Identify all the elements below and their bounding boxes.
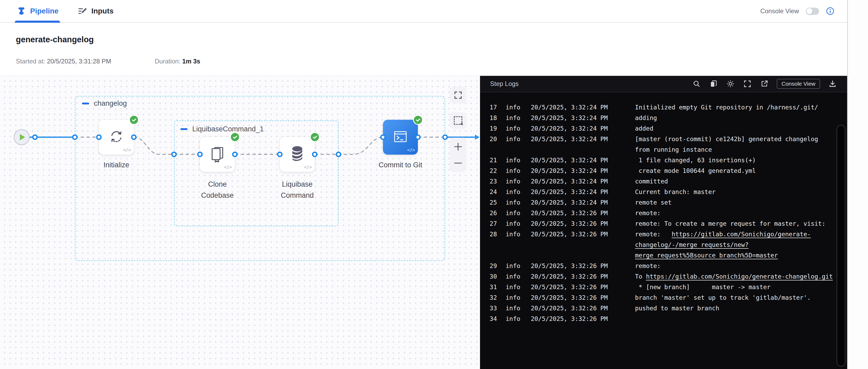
play-icon bbox=[20, 134, 25, 140]
log-message: [master (root-commit) ce1242b] generated… bbox=[635, 134, 818, 144]
port bbox=[96, 135, 102, 140]
log-link[interactable]: https://gitlab.com/Sonichigo/generate-ch… bbox=[646, 273, 833, 280]
tab-inputs[interactable]: Inputs bbox=[76, 0, 115, 22]
log-row: 23info20/5/2025, 3:32:24 PMcommitted bbox=[480, 176, 847, 187]
log-timestamp: 20/5/2025, 3:32:26 PM bbox=[531, 303, 608, 313]
log-level: info bbox=[506, 292, 520, 303]
step-logs-actions: Console View bbox=[692, 79, 837, 89]
node-label-commit-to-git: Commit to Git bbox=[374, 159, 427, 170]
log-row: 17info20/5/2025, 3:32:24 PMInitialized e… bbox=[480, 102, 847, 112]
log-row: 31info20/5/2025, 3:32:26 PM * [new branc… bbox=[480, 282, 847, 292]
expand-icon bbox=[454, 91, 462, 99]
log-timestamp: 20/5/2025, 3:32:26 PM bbox=[531, 313, 608, 324]
log-line-number: 33 bbox=[485, 303, 497, 313]
log-scrollbar[interactable] bbox=[837, 125, 845, 367]
log-message: remote: bbox=[635, 261, 661, 271]
log-timestamp: 20/5/2025, 3:32:26 PM bbox=[531, 208, 608, 218]
port bbox=[232, 152, 238, 157]
zoom-in-button[interactable] bbox=[450, 138, 467, 155]
zoom-out-button[interactable] bbox=[450, 155, 467, 172]
port bbox=[336, 152, 341, 157]
sync-icon bbox=[108, 128, 125, 145]
log-level: info bbox=[506, 155, 520, 165]
log-line-number: 17 bbox=[485, 102, 497, 112]
yaml-marker: </> bbox=[304, 164, 312, 170]
gear-icon[interactable] bbox=[726, 79, 735, 88]
console-view-button[interactable]: Console View bbox=[777, 79, 820, 89]
log-line-number: 23 bbox=[485, 176, 497, 187]
log-link[interactable]: https://gitlab.com/Sonichigo/generate- bbox=[672, 231, 811, 238]
info-icon[interactable] bbox=[826, 7, 834, 15]
log-row: 26info20/5/2025, 3:32:26 PMremote: bbox=[480, 208, 847, 218]
node-liquibase-command[interactable]: </> bbox=[280, 137, 315, 172]
log-message: remote: bbox=[635, 208, 661, 218]
log-line-number: 20 bbox=[485, 134, 497, 144]
log-level: info bbox=[506, 187, 520, 197]
toggle-knob bbox=[806, 8, 812, 14]
canvas-expand-button[interactable] bbox=[450, 87, 467, 103]
log-row: 32info20/5/2025, 3:32:26 PMbranch 'maste… bbox=[480, 292, 847, 303]
log-line-number: 31 bbox=[485, 282, 497, 292]
node-initialize[interactable]: </> bbox=[99, 120, 134, 155]
yaml-marker: </> bbox=[123, 147, 131, 153]
pipeline-start-node[interactable] bbox=[14, 129, 30, 145]
external-link-icon[interactable] bbox=[760, 79, 769, 88]
log-link[interactable]: merge_request%5Bsource_branch%5D=master bbox=[635, 252, 778, 259]
pipeline-icon bbox=[17, 6, 26, 16]
run-header: generate-changelog Started at: 20/5/2025… bbox=[0, 23, 847, 76]
log-message: branch 'master' set up to track 'gitlab/… bbox=[635, 292, 811, 303]
canvas-select-button[interactable] bbox=[450, 112, 467, 129]
log-level: info bbox=[506, 176, 520, 187]
node-commit-to-git[interactable]: </> bbox=[383, 120, 418, 155]
log-line-number: 21 bbox=[485, 155, 497, 165]
success-badge bbox=[129, 115, 139, 125]
tab-pipeline[interactable]: Pipeline bbox=[15, 0, 60, 22]
download-icon[interactable] bbox=[828, 79, 837, 88]
step-logs-panel: Step Logs bbox=[480, 76, 847, 369]
yaml-marker: </> bbox=[407, 147, 415, 153]
log-line-number: 32 bbox=[485, 292, 497, 303]
log-line-number: 28 bbox=[485, 229, 497, 239]
fullscreen-icon[interactable] bbox=[743, 79, 752, 88]
top-tab-bar: Pipeline Inputs Console View bbox=[0, 0, 847, 23]
port bbox=[32, 135, 38, 140]
port bbox=[380, 135, 386, 140]
pipeline-canvas[interactable]: changelog LiquibaseCommand_1 bbox=[0, 76, 480, 369]
inputs-icon bbox=[78, 6, 88, 16]
log-timestamp: 20/5/2025, 3:32:24 PM bbox=[531, 197, 608, 208]
port bbox=[172, 152, 177, 157]
clone-icon bbox=[209, 145, 226, 162]
search-icon[interactable] bbox=[692, 79, 701, 88]
log-level: info bbox=[506, 271, 520, 282]
log-level: info bbox=[506, 229, 520, 239]
log-link[interactable]: changelog/-/merge_requests/new? bbox=[635, 241, 748, 248]
log-row: 22info20/5/2025, 3:32:24 PM create mode … bbox=[480, 165, 847, 176]
log-row: 20info20/5/2025, 3:32:24 PM[master (root… bbox=[480, 134, 847, 144]
log-level: info bbox=[506, 134, 520, 144]
log-level: info bbox=[506, 165, 520, 176]
log-timestamp: 20/5/2025, 3:32:24 PM bbox=[531, 155, 608, 165]
duration-label: Duration: bbox=[155, 58, 180, 65]
log-line-number: 34 bbox=[485, 313, 497, 324]
log-line-number: 26 bbox=[485, 208, 497, 218]
log-level: info bbox=[506, 112, 520, 123]
log-row: 28info20/5/2025, 3:32:26 PMremote: https… bbox=[480, 229, 847, 239]
copy-icon[interactable] bbox=[709, 79, 718, 88]
console-view-toggle[interactable] bbox=[806, 8, 819, 15]
log-timestamp: 20/5/2025, 3:32:26 PM bbox=[531, 271, 608, 282]
log-row-continuation: merge_request%5Bsource_branch%5D=master bbox=[480, 250, 847, 261]
success-badge bbox=[413, 115, 423, 125]
log-message: Initialized empty Git repository in /har… bbox=[635, 102, 818, 112]
content-area: changelog LiquibaseCommand_1 bbox=[0, 76, 847, 369]
log-timestamp: 20/5/2025, 3:32:26 PM bbox=[531, 229, 608, 239]
node-clone-codebase[interactable]: </> bbox=[200, 137, 235, 172]
log-level: info bbox=[506, 303, 520, 313]
port bbox=[312, 152, 318, 157]
duration-value: 1m 3s bbox=[182, 58, 200, 65]
log-line-number: 18 bbox=[485, 112, 497, 123]
tab-inputs-label: Inputs bbox=[91, 7, 114, 15]
node-label-liquibase-command: Liquibase Command bbox=[274, 179, 321, 201]
log-message: To https://gitlab.com/Sonichigo/generate… bbox=[635, 271, 833, 282]
terminal-icon bbox=[392, 128, 409, 145]
console-view-label: Console View bbox=[761, 7, 799, 15]
